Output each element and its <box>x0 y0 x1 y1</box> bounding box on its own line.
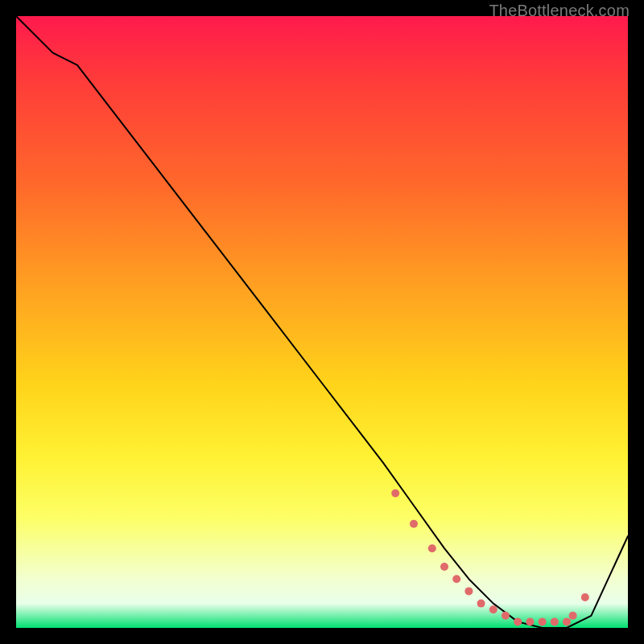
marker-dot <box>526 617 534 625</box>
marker-dot <box>551 617 559 625</box>
marker-dot <box>563 617 571 625</box>
chart-svg <box>16 16 628 628</box>
series-curve <box>16 16 628 628</box>
stage: TheBottleneck.com <box>0 0 644 644</box>
marker-dot <box>502 612 510 620</box>
marker-dot <box>539 617 547 625</box>
marker-dot <box>581 593 589 601</box>
chart-area <box>16 16 628 628</box>
marker-dot <box>464 587 473 595</box>
marker-dot <box>410 520 418 528</box>
marker-dot <box>428 544 436 552</box>
marker-dot <box>477 600 485 608</box>
marker-dot <box>440 563 448 571</box>
marker-dot <box>569 612 577 620</box>
marker-dot <box>452 575 460 583</box>
marker-dot <box>391 489 399 497</box>
marker-dot <box>489 605 497 613</box>
marker-dot <box>514 617 522 625</box>
